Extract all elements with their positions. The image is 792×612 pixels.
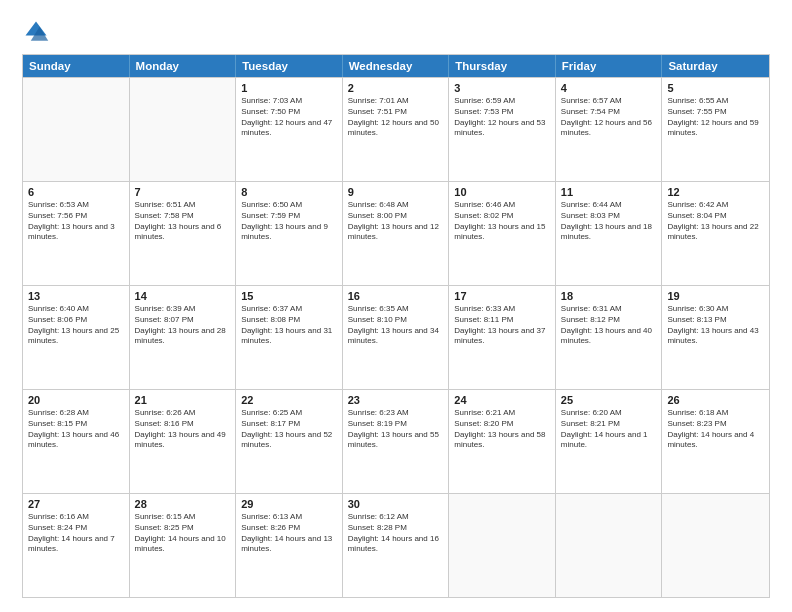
day-info: Sunrise: 6:40 AM Sunset: 8:06 PM Dayligh…	[28, 304, 124, 347]
calendar-cell: 6Sunrise: 6:53 AM Sunset: 7:56 PM Daylig…	[23, 182, 130, 285]
day-number: 16	[348, 290, 444, 302]
calendar-cell: 7Sunrise: 6:51 AM Sunset: 7:58 PM Daylig…	[130, 182, 237, 285]
day-number: 19	[667, 290, 764, 302]
day-number: 1	[241, 82, 337, 94]
calendar-header: SundayMondayTuesdayWednesdayThursdayFrid…	[23, 55, 769, 77]
day-info: Sunrise: 6:13 AM Sunset: 8:26 PM Dayligh…	[241, 512, 337, 555]
day-info: Sunrise: 6:44 AM Sunset: 8:03 PM Dayligh…	[561, 200, 657, 243]
calendar-cell: 19Sunrise: 6:30 AM Sunset: 8:13 PM Dayli…	[662, 286, 769, 389]
day-info: Sunrise: 6:57 AM Sunset: 7:54 PM Dayligh…	[561, 96, 657, 139]
day-info: Sunrise: 6:31 AM Sunset: 8:12 PM Dayligh…	[561, 304, 657, 347]
calendar-row: 1Sunrise: 7:03 AM Sunset: 7:50 PM Daylig…	[23, 77, 769, 181]
logo	[22, 18, 54, 46]
calendar-cell: 17Sunrise: 6:33 AM Sunset: 8:11 PM Dayli…	[449, 286, 556, 389]
calendar-row: 6Sunrise: 6:53 AM Sunset: 7:56 PM Daylig…	[23, 181, 769, 285]
calendar-body: 1Sunrise: 7:03 AM Sunset: 7:50 PM Daylig…	[23, 77, 769, 597]
calendar-cell: 11Sunrise: 6:44 AM Sunset: 8:03 PM Dayli…	[556, 182, 663, 285]
day-number: 9	[348, 186, 444, 198]
calendar-cell	[556, 494, 663, 597]
calendar-cell: 21Sunrise: 6:26 AM Sunset: 8:16 PM Dayli…	[130, 390, 237, 493]
calendar-cell	[449, 494, 556, 597]
weekday-header: Monday	[130, 55, 237, 77]
day-number: 18	[561, 290, 657, 302]
day-number: 22	[241, 394, 337, 406]
day-info: Sunrise: 6:42 AM Sunset: 8:04 PM Dayligh…	[667, 200, 764, 243]
calendar-cell: 5Sunrise: 6:55 AM Sunset: 7:55 PM Daylig…	[662, 78, 769, 181]
calendar-cell	[23, 78, 130, 181]
day-number: 29	[241, 498, 337, 510]
day-number: 20	[28, 394, 124, 406]
day-number: 13	[28, 290, 124, 302]
day-number: 28	[135, 498, 231, 510]
day-info: Sunrise: 6:48 AM Sunset: 8:00 PM Dayligh…	[348, 200, 444, 243]
day-number: 27	[28, 498, 124, 510]
day-number: 26	[667, 394, 764, 406]
day-info: Sunrise: 6:53 AM Sunset: 7:56 PM Dayligh…	[28, 200, 124, 243]
calendar-cell: 25Sunrise: 6:20 AM Sunset: 8:21 PM Dayli…	[556, 390, 663, 493]
page: SundayMondayTuesdayWednesdayThursdayFrid…	[0, 0, 792, 612]
calendar-cell: 23Sunrise: 6:23 AM Sunset: 8:19 PM Dayli…	[343, 390, 450, 493]
calendar-cell: 27Sunrise: 6:16 AM Sunset: 8:24 PM Dayli…	[23, 494, 130, 597]
logo-icon	[22, 18, 50, 46]
day-number: 12	[667, 186, 764, 198]
day-info: Sunrise: 6:30 AM Sunset: 8:13 PM Dayligh…	[667, 304, 764, 347]
day-number: 7	[135, 186, 231, 198]
calendar: SundayMondayTuesdayWednesdayThursdayFrid…	[22, 54, 770, 598]
day-number: 4	[561, 82, 657, 94]
day-number: 2	[348, 82, 444, 94]
day-info: Sunrise: 7:01 AM Sunset: 7:51 PM Dayligh…	[348, 96, 444, 139]
calendar-cell	[130, 78, 237, 181]
calendar-cell: 9Sunrise: 6:48 AM Sunset: 8:00 PM Daylig…	[343, 182, 450, 285]
day-info: Sunrise: 6:28 AM Sunset: 8:15 PM Dayligh…	[28, 408, 124, 451]
day-info: Sunrise: 6:35 AM Sunset: 8:10 PM Dayligh…	[348, 304, 444, 347]
day-number: 25	[561, 394, 657, 406]
day-number: 5	[667, 82, 764, 94]
calendar-cell: 4Sunrise: 6:57 AM Sunset: 7:54 PM Daylig…	[556, 78, 663, 181]
day-info: Sunrise: 6:37 AM Sunset: 8:08 PM Dayligh…	[241, 304, 337, 347]
day-number: 17	[454, 290, 550, 302]
calendar-cell: 22Sunrise: 6:25 AM Sunset: 8:17 PM Dayli…	[236, 390, 343, 493]
day-info: Sunrise: 6:50 AM Sunset: 7:59 PM Dayligh…	[241, 200, 337, 243]
day-number: 10	[454, 186, 550, 198]
calendar-cell: 1Sunrise: 7:03 AM Sunset: 7:50 PM Daylig…	[236, 78, 343, 181]
day-info: Sunrise: 6:23 AM Sunset: 8:19 PM Dayligh…	[348, 408, 444, 451]
weekday-header: Wednesday	[343, 55, 450, 77]
calendar-cell: 26Sunrise: 6:18 AM Sunset: 8:23 PM Dayli…	[662, 390, 769, 493]
calendar-cell: 13Sunrise: 6:40 AM Sunset: 8:06 PM Dayli…	[23, 286, 130, 389]
day-number: 23	[348, 394, 444, 406]
day-info: Sunrise: 7:03 AM Sunset: 7:50 PM Dayligh…	[241, 96, 337, 139]
calendar-cell: 16Sunrise: 6:35 AM Sunset: 8:10 PM Dayli…	[343, 286, 450, 389]
calendar-row: 20Sunrise: 6:28 AM Sunset: 8:15 PM Dayli…	[23, 389, 769, 493]
day-number: 30	[348, 498, 444, 510]
day-info: Sunrise: 6:21 AM Sunset: 8:20 PM Dayligh…	[454, 408, 550, 451]
calendar-cell: 18Sunrise: 6:31 AM Sunset: 8:12 PM Dayli…	[556, 286, 663, 389]
day-info: Sunrise: 6:46 AM Sunset: 8:02 PM Dayligh…	[454, 200, 550, 243]
day-number: 14	[135, 290, 231, 302]
day-info: Sunrise: 6:55 AM Sunset: 7:55 PM Dayligh…	[667, 96, 764, 139]
calendar-cell: 20Sunrise: 6:28 AM Sunset: 8:15 PM Dayli…	[23, 390, 130, 493]
calendar-cell: 2Sunrise: 7:01 AM Sunset: 7:51 PM Daylig…	[343, 78, 450, 181]
day-number: 11	[561, 186, 657, 198]
calendar-cell: 28Sunrise: 6:15 AM Sunset: 8:25 PM Dayli…	[130, 494, 237, 597]
day-info: Sunrise: 6:33 AM Sunset: 8:11 PM Dayligh…	[454, 304, 550, 347]
calendar-row: 13Sunrise: 6:40 AM Sunset: 8:06 PM Dayli…	[23, 285, 769, 389]
day-info: Sunrise: 6:20 AM Sunset: 8:21 PM Dayligh…	[561, 408, 657, 451]
day-info: Sunrise: 6:51 AM Sunset: 7:58 PM Dayligh…	[135, 200, 231, 243]
day-info: Sunrise: 6:25 AM Sunset: 8:17 PM Dayligh…	[241, 408, 337, 451]
calendar-cell	[662, 494, 769, 597]
calendar-cell: 12Sunrise: 6:42 AM Sunset: 8:04 PM Dayli…	[662, 182, 769, 285]
weekday-header: Friday	[556, 55, 663, 77]
calendar-cell: 10Sunrise: 6:46 AM Sunset: 8:02 PM Dayli…	[449, 182, 556, 285]
weekday-header: Tuesday	[236, 55, 343, 77]
day-number: 21	[135, 394, 231, 406]
day-info: Sunrise: 6:59 AM Sunset: 7:53 PM Dayligh…	[454, 96, 550, 139]
day-number: 3	[454, 82, 550, 94]
calendar-cell: 29Sunrise: 6:13 AM Sunset: 8:26 PM Dayli…	[236, 494, 343, 597]
header	[22, 18, 770, 46]
calendar-cell: 14Sunrise: 6:39 AM Sunset: 8:07 PM Dayli…	[130, 286, 237, 389]
weekday-header: Thursday	[449, 55, 556, 77]
day-number: 24	[454, 394, 550, 406]
day-info: Sunrise: 6:15 AM Sunset: 8:25 PM Dayligh…	[135, 512, 231, 555]
day-number: 15	[241, 290, 337, 302]
weekday-header: Sunday	[23, 55, 130, 77]
